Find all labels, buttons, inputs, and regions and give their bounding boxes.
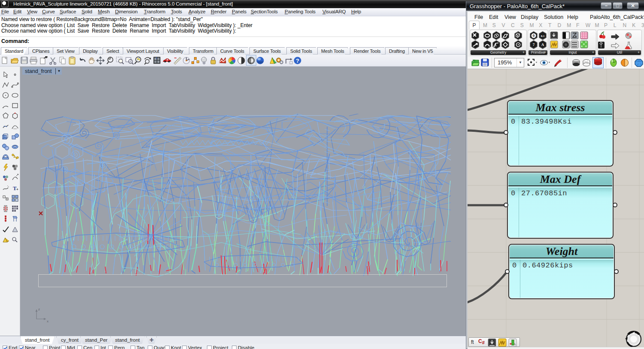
svg-text:?: ? <box>296 58 299 64</box>
svg-text:L: L <box>514 342 516 346</box>
svg-text:x: x <box>47 319 49 323</box>
svg-text:A: A <box>541 42 544 47</box>
svg-text:0: 0 <box>533 33 535 38</box>
svg-text:7: 7 <box>533 42 535 47</box>
svg-text:0.1: 0.1 <box>541 34 545 38</box>
svg-text:z: z <box>38 307 40 311</box>
svg-text:T: T <box>13 185 17 191</box>
